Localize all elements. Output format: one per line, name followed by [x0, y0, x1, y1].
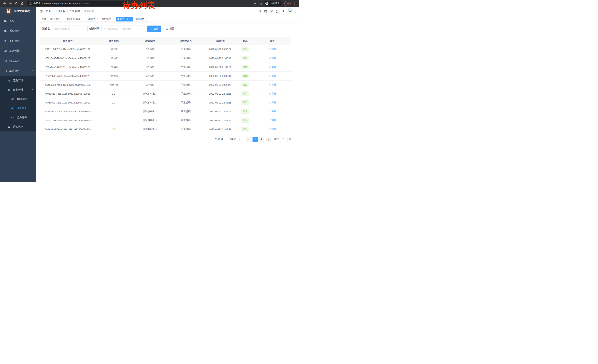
sidebar-item-home[interactable]: 首页	[0, 16, 36, 26]
browser-toolbar: 不安全 | dashboard.yudao.iocoder.cn/bpm/tas…	[0, 0, 299, 7]
workflow-submenu: 流程管理 任务管理 我的流程 待办任务	[0, 76, 36, 131]
status-badge: 激活	[241, 47, 249, 51]
page-size-select[interactable]: 10条/页	[226, 137, 243, 142]
github-icon[interactable]	[263, 8, 268, 14]
approve-link[interactable]: 审批	[268, 128, 276, 131]
approve-link[interactable]: 审批	[268, 110, 276, 113]
address-bar[interactable]: 不安全 | dashboard.yudao.iocoder.cn/bpm/tas…	[27, 1, 128, 6]
date-range-picker[interactable]: 开始日期 - 结束日期	[101, 25, 146, 32]
url-text[interactable]: dashboard.yudao.iocoder.cn/bpm/task/todo	[44, 2, 91, 5]
chevron-down-icon	[31, 60, 33, 62]
bookmark-star-icon[interactable]	[258, 1, 263, 6]
close-icon[interactable]: ×	[81, 18, 82, 20]
goto-page-input[interactable]	[280, 137, 288, 142]
logo-row[interactable]: 芋道管理系统	[0, 7, 36, 16]
home-icon[interactable]	[20, 1, 25, 6]
hamburger-icon[interactable]	[38, 8, 44, 15]
tab-home[interactable]: 首页	[40, 17, 48, 22]
forward-icon[interactable]	[8, 1, 13, 6]
key-icon[interactable]	[252, 1, 257, 6]
tree-table-icon	[7, 79, 11, 82]
table-row: 75d72608-7b7f-11ec-a3c8-acde48001122一级审批…	[40, 72, 291, 80]
sidebar-item-process-mgmt[interactable]: 流程管理	[0, 76, 36, 85]
breadcrumb-task-mgmt[interactable]: 任务管理	[69, 10, 80, 13]
help-icon[interactable]: ?	[268, 8, 274, 14]
approve-link[interactable]: 审批	[268, 74, 276, 78]
reset-button[interactable]: 重置	[163, 25, 177, 32]
avatar[interactable]	[287, 8, 294, 15]
process-name-label: 流程名	[42, 27, 50, 30]
table-row: 069c6a63-7b8a-11ec-8ef0-acde48001122一级审批…	[40, 54, 291, 63]
user-icon	[7, 125, 11, 129]
search-icon[interactable]	[257, 8, 263, 14]
close-icon[interactable]: ×	[112, 18, 113, 20]
sidebar-item-workflow[interactable]: 工作流程	[0, 66, 36, 76]
font-size-icon[interactable]: TT	[280, 8, 286, 14]
status-badge: 激活	[241, 74, 249, 78]
close-icon[interactable]: ×	[145, 18, 147, 20]
sidebar-item-my-process[interactable]: 我的流程	[0, 94, 36, 104]
sidebar-item-devtools[interactable]: 研发工具	[0, 56, 36, 66]
tab-done-tasks[interactable]: 已办任务×	[85, 17, 99, 22]
tab-form-edit[interactable]: 流程表单-编辑×	[64, 17, 84, 22]
dashboard-icon	[3, 19, 8, 23]
sidebar-item-done-tasks[interactable]: 已办任务	[0, 113, 36, 122]
browser-menu-icon[interactable]: ⋮	[293, 2, 296, 5]
sidebar: 芋道管理系统 首页 系统管理 ¥ 支付管理 基础设施	[0, 7, 36, 182]
monitor-icon	[3, 49, 8, 53]
approve-link[interactable]: 审批	[268, 92, 276, 95]
update-button[interactable]: 更新 ⋮	[284, 1, 297, 6]
sidebar-item-task-mgmt[interactable]: 任务管理	[0, 85, 36, 94]
approve-link[interactable]: 审批	[268, 65, 276, 69]
approve-link[interactable]: 审批	[268, 48, 276, 51]
page-2-button[interactable]: 2	[259, 137, 264, 142]
back-icon[interactable]	[2, 1, 7, 6]
approve-link[interactable]: 审批	[268, 83, 276, 87]
sidebar-item-infra[interactable]: 基础设施	[0, 46, 36, 56]
approve-link[interactable]: 审批	[268, 101, 276, 104]
approve-link[interactable]: 审批	[268, 119, 276, 122]
process-name-input[interactable]	[52, 25, 88, 32]
col-status: 状态	[237, 37, 253, 45]
close-icon[interactable]: ×	[60, 18, 61, 20]
filter-bar: 流程名 创建时间 开始日期 - 结束日期 搜索 重置	[42, 25, 291, 32]
chevron-down-icon	[31, 30, 33, 32]
navbar-actions: ? TT ▾	[257, 8, 296, 15]
table-header-row: 任务编号 任务名称 所属流程 流程发起人 创建时间 状态 操作	[40, 37, 291, 45]
status-badge: 激活	[241, 65, 249, 69]
sidebar-item-todo-tasks[interactable]: 待办任务	[0, 104, 36, 113]
security-label[interactable]: 不安全	[33, 2, 41, 5]
fullscreen-icon[interactable]	[274, 8, 280, 14]
avatar-caret-icon[interactable]: ▾	[295, 12, 296, 14]
breadcrumb-current: 待办任务	[84, 10, 94, 13]
tab-todo-tasks[interactable]: 待办任务×	[116, 17, 133, 22]
sidebar-item-leave-query[interactable]: 请假查询	[0, 122, 36, 131]
next-page-button[interactable]: ›	[266, 137, 271, 142]
close-icon[interactable]: ×	[130, 18, 131, 20]
breadcrumb-separator: /	[67, 10, 68, 13]
security-warning-icon[interactable]	[29, 2, 32, 5]
table-row: 381aa1dd-7ac8-11ec-a9e2-a2380e71991a1.2测…	[40, 125, 291, 134]
sidebar-item-label: 首页	[9, 19, 33, 23]
search-icon	[150, 28, 153, 30]
prev-page-button[interactable]: ‹	[246, 137, 251, 142]
reload-icon[interactable]	[14, 1, 19, 6]
tab-process-detail[interactable]: 流程详情×	[134, 17, 148, 22]
sidebar-item-label: 研发工具	[9, 59, 31, 63]
edit-icon	[268, 92, 271, 95]
approve-link[interactable]: 审批	[268, 57, 276, 60]
edit-icon	[268, 101, 271, 104]
goto-label: 前往	[274, 138, 279, 141]
tab-my-process[interactable]: 我的流程×	[100, 17, 115, 22]
incognito-badge: 无痕模式	[264, 1, 282, 6]
tab-start-process[interactable]: 发起流程×	[49, 17, 63, 22]
search-button[interactable]: 搜索	[147, 25, 161, 32]
page-1-button[interactable]: 1	[252, 137, 258, 142]
breadcrumb-home[interactable]: 首页	[46, 10, 51, 13]
chevron-down-icon	[31, 80, 33, 82]
sidebar-item-system[interactable]: 系统管理	[0, 26, 36, 36]
sidebar-item-payment[interactable]: ¥ 支付管理	[0, 36, 36, 46]
close-icon[interactable]: ×	[97, 18, 98, 20]
breadcrumb-workflow[interactable]: 工作流程	[55, 10, 65, 13]
col-actions: 操作	[253, 37, 291, 45]
